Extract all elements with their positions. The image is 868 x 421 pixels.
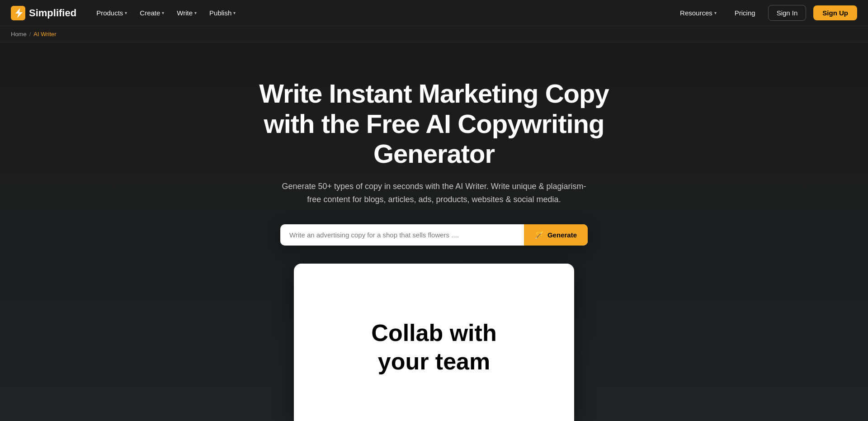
nav-item-create[interactable]: Create ▾ [134,5,170,20]
breadcrumb-current[interactable]: AI Writer [33,31,56,38]
breadcrumb: Home / AI Writer [0,26,868,43]
main-content: Write Instant Marketing Copy with the Fr… [0,43,868,421]
nav-item-products[interactable]: Products ▾ [91,5,132,20]
nav-item-pricing[interactable]: Pricing [729,5,761,20]
logo-text: Simplified [29,7,76,19]
nav-item-resources[interactable]: Resources ▾ [675,5,722,20]
wand-icon: 🪄 [535,231,544,239]
collab-card: Collab with your team [294,264,574,421]
breadcrumb-separator: / [29,31,31,38]
chevron-down-icon: ▾ [162,10,164,15]
hero-section: Write Instant Marketing Copy with the Fr… [258,79,610,206]
search-input[interactable] [280,225,524,245]
navbar: Simplified Products ▾ Create ▾ Write ▾ P… [0,0,868,26]
chevron-down-icon: ▾ [233,10,236,15]
nav-item-write[interactable]: Write ▾ [171,5,202,20]
chevron-down-icon: ▾ [714,10,717,15]
chevron-down-icon: ▾ [194,10,197,15]
nav-write-label: Write [177,9,193,17]
card-text: Collab with your team [353,301,514,393]
hero-title: Write Instant Marketing Copy with the Fr… [258,79,610,169]
chevron-down-icon: ▾ [125,10,127,15]
search-container: 🪄 Generate [280,224,588,246]
navbar-right: Resources ▾ Pricing Sign In Sign Up [675,5,857,21]
generate-label: Generate [547,231,577,239]
card-line1: Collab with [371,320,496,346]
nav-items: Products ▾ Create ▾ Write ▾ Publish ▾ [91,5,241,20]
nav-item-publish[interactable]: Publish ▾ [204,5,241,20]
navbar-left: Simplified Products ▾ Create ▾ Write ▾ P… [11,5,241,20]
signup-button[interactable]: Sign Up [813,5,857,20]
generate-button[interactable]: 🪄 Generate [524,224,588,246]
logo-icon [11,6,25,20]
card-line2: your team [378,348,491,374]
nav-resources-label: Resources [680,9,712,17]
breadcrumb-home[interactable]: Home [11,31,27,38]
nav-products-label: Products [96,9,123,17]
logo[interactable]: Simplified [11,6,76,20]
signin-button[interactable]: Sign In [768,5,807,21]
hero-subtitle: Generate 50+ types of copy in seconds wi… [280,180,588,206]
nav-publish-label: Publish [209,9,231,17]
nav-pricing-label: Pricing [735,9,755,17]
nav-create-label: Create [140,9,160,17]
